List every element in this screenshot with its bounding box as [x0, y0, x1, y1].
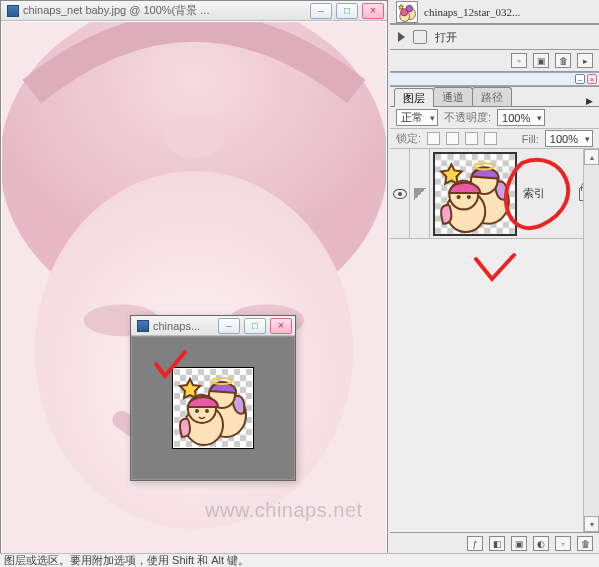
layers-palette: 图层 通道 路径 ▶ 正常 不透明度: 100% 锁定: Fill: 100% [390, 86, 599, 555]
opacity-field[interactable]: 100% [497, 109, 545, 126]
lock-all-icon[interactable] [484, 132, 497, 145]
layer-list: 索引 ▴ ▾ [390, 149, 599, 532]
blend-opacity-row: 正常 不透明度: 100% [390, 107, 599, 129]
tab-channels[interactable]: 通道 [433, 87, 473, 106]
brush-icon [414, 188, 426, 200]
svg-point-21 [401, 8, 408, 15]
status-bar: 图层或选区。要用附加选项，使用 Shift 和 Alt 键。 [0, 553, 599, 567]
annotation-check [470, 249, 520, 289]
layer-row[interactable]: 索引 [390, 149, 599, 239]
scroll-track[interactable] [584, 165, 599, 516]
eye-icon [393, 189, 407, 199]
minimize-button[interactable]: – [310, 3, 332, 19]
doc-title-main: chinaps_net baby.jpg @ 100%(背景 ... [23, 3, 306, 18]
canvas-sub[interactable] [132, 337, 294, 479]
app-icon [137, 320, 149, 332]
lock-position-icon[interactable] [465, 132, 478, 145]
active-layer-indicator[interactable] [410, 149, 430, 238]
step-icon [413, 30, 427, 44]
palette-icon-strip: ▫ ▣ 🗑 ▸ [390, 50, 599, 72]
fill-label: Fill: [522, 133, 539, 145]
document-window-sub[interactable]: chinaps... – □ × [130, 315, 296, 481]
history-row: 打开 [390, 24, 599, 50]
svg-point-5 [164, 114, 224, 158]
minimize-button[interactable]: – [218, 318, 240, 334]
play-icon [398, 32, 405, 42]
lock-row: 锁定: Fill: 100% [390, 129, 599, 149]
status-text: 图层或选区。要用附加选项，使用 Shift 和 Alt 键。 [4, 553, 249, 567]
palettes-column: chinaps_12star_032... 打开 ▫ ▣ 🗑 ▸ – × 图层 … [390, 0, 599, 555]
lock-label: 锁定: [396, 131, 421, 146]
image-frame [172, 367, 254, 449]
layer-thumbnail[interactable] [433, 152, 517, 236]
fill-value: 100% [550, 133, 578, 145]
svg-point-15 [195, 409, 199, 413]
tab-layers[interactable]: 图层 [394, 88, 434, 107]
close-button[interactable]: × [270, 318, 292, 334]
svg-point-16 [205, 409, 209, 413]
delete-layer-icon[interactable]: 🗑 [577, 536, 593, 551]
file-tab-row: chinaps_12star_032... [390, 0, 599, 24]
titlebar-sub[interactable]: chinaps... – □ × [131, 316, 295, 336]
opacity-value: 100% [502, 112, 530, 124]
new-layer-icon[interactable]: ▫ [555, 536, 571, 551]
visibility-toggle[interactable] [390, 149, 410, 238]
angels-image [435, 154, 515, 234]
fill-field[interactable]: 100% [545, 130, 593, 147]
watermark: www.chinaps.net [205, 500, 363, 520]
palette-tabs: 图层 通道 路径 ▶ [390, 87, 599, 107]
file-name[interactable]: chinaps_12star_032... [424, 6, 520, 18]
adjustment-layer-icon[interactable]: ◐ [533, 536, 549, 551]
layer-name[interactable]: 索引 [523, 186, 545, 201]
new-doc-icon[interactable]: ▫ [511, 53, 527, 68]
menu-icon[interactable]: ▸ [577, 53, 593, 68]
folder-icon[interactable]: ▣ [533, 53, 549, 68]
history-open-label[interactable]: 打开 [435, 30, 457, 45]
palette-menu-icon[interactable]: ▶ [586, 96, 593, 106]
palette-header: – × [390, 72, 599, 86]
doc-title-sub: chinaps... [153, 320, 214, 332]
scroll-up[interactable]: ▴ [584, 149, 599, 165]
palette-minimize[interactable]: – [575, 74, 585, 84]
svg-point-29 [467, 195, 471, 199]
close-button[interactable]: × [362, 3, 384, 19]
tab-paths[interactable]: 路径 [472, 87, 512, 106]
opacity-label: 不透明度: [444, 110, 491, 125]
blend-mode-value: 正常 [401, 110, 423, 125]
maximize-button[interactable]: □ [244, 318, 266, 334]
blend-mode-select[interactable]: 正常 [396, 109, 438, 126]
lock-transparency-icon[interactable] [427, 132, 440, 145]
layers-footer: ƒ ◧ ▣ ◐ ▫ 🗑 [390, 532, 599, 554]
svg-point-28 [457, 195, 461, 199]
titlebar-main[interactable]: chinaps_net baby.jpg @ 100%(背景 ... – □ × [1, 1, 387, 21]
palette-close[interactable]: × [587, 74, 597, 84]
trash-icon[interactable]: 🗑 [555, 53, 571, 68]
layer-mask-icon[interactable]: ◧ [489, 536, 505, 551]
layer-style-icon[interactable]: ƒ [467, 536, 483, 551]
maximize-button[interactable]: □ [336, 3, 358, 19]
layer-scrollbar[interactable]: ▴ ▾ [583, 149, 599, 532]
scroll-down[interactable]: ▾ [584, 516, 599, 532]
angels-image [174, 369, 252, 447]
file-thumb[interactable] [396, 1, 418, 23]
lock-pixels-icon[interactable] [446, 132, 459, 145]
new-group-icon[interactable]: ▣ [511, 536, 527, 551]
app-icon [7, 5, 19, 17]
